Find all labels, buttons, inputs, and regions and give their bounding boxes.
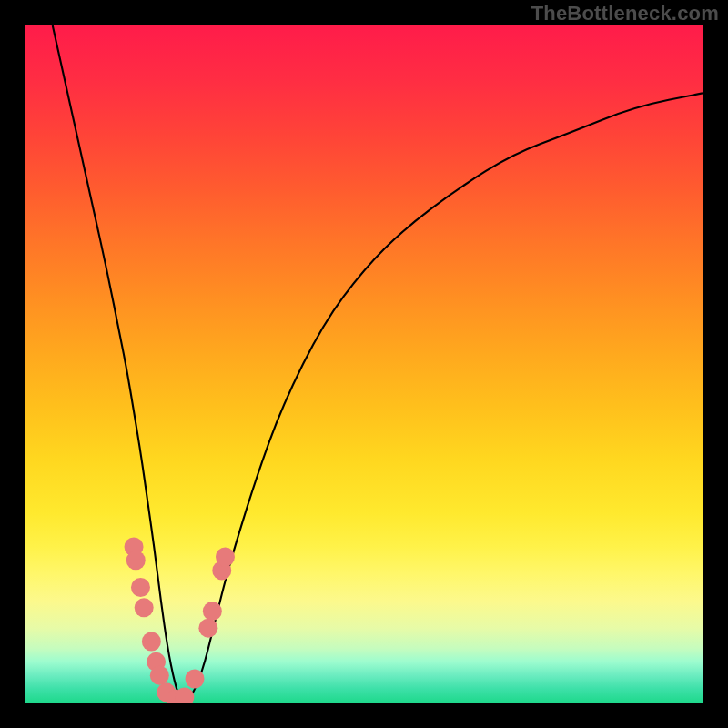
chart-marker	[142, 632, 161, 652]
chart-frame: TheBottleneck.com	[0, 0, 728, 728]
chart-marker	[126, 551, 146, 570]
chart-marker	[198, 619, 217, 638]
chart-marker	[216, 548, 235, 567]
chart-plot-area	[25, 25, 703, 703]
chart-marker	[150, 666, 169, 685]
chart-marker	[203, 602, 222, 621]
chart-svg	[25, 25, 703, 703]
watermark-text: TheBottleneck.com	[531, 2, 719, 25]
chart-marker	[186, 669, 205, 688]
chart-markers	[125, 537, 235, 703]
chart-marker	[135, 598, 154, 617]
chart-marker	[131, 578, 150, 597]
